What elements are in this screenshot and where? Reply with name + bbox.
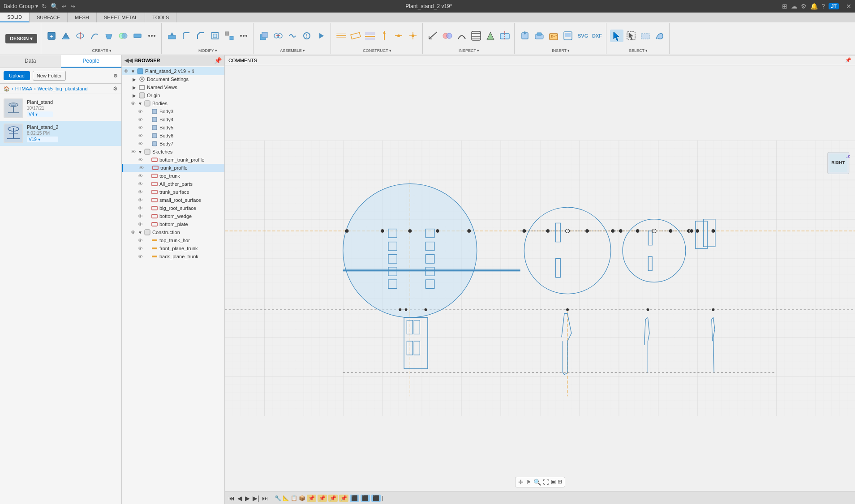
tree-node-named-views[interactable]: ▶ Named Views	[122, 83, 224, 91]
tree-node-bottom-plate[interactable]: 👁 ▶ bottom_plate	[122, 220, 224, 228]
insert-dxf-btn[interactable]: DXF	[590, 30, 603, 42]
app-group[interactable]: Baldo Group ▾	[4, 3, 38, 9]
top-trunk-hor-eye[interactable]: 👁	[138, 238, 143, 243]
tree-node-bottom-trunk-profile[interactable]: 👁 ▶ bottom_trunk_profile	[122, 156, 224, 164]
breadcrumb-htmaa[interactable]: HTMAA	[15, 86, 33, 91]
timeline-icon-3[interactable]: 📋	[291, 495, 297, 501]
construct-axis-edge-btn[interactable]	[392, 30, 405, 42]
all-other-parts-eye[interactable]: 👁	[138, 181, 143, 187]
tree-node-top-trunk-hor[interactable]: 👁 ▶ top_trunk_hor	[122, 236, 224, 244]
inspect-zebra-btn[interactable]	[469, 30, 483, 42]
back-plane-trunk-eye[interactable]: 👁	[138, 254, 143, 259]
tree-node-front-plane-trunk[interactable]: 👁 ▶ front_plane_trunk	[122, 244, 224, 252]
create-loft-btn[interactable]	[102, 30, 116, 42]
timeline-play-btn[interactable]: ▶	[245, 495, 250, 502]
nav-zoom-icon[interactable]: 🔍	[533, 478, 541, 486]
notification-icon[interactable]: 🔔	[810, 3, 818, 10]
timeline-icon-9[interactable]: ⬛	[350, 495, 359, 502]
sketches-arrow[interactable]: ▼	[138, 149, 143, 154]
inspect-section-btn[interactable]	[498, 30, 511, 42]
tree-node-top-trunk[interactable]: 👁 ▶ top_trunk	[122, 172, 224, 180]
comments-pin-icon[interactable]: 📌	[845, 57, 851, 63]
timeline-icon-11[interactable]: ⬛	[371, 495, 381, 502]
settings-icon-top[interactable]: ⚙	[801, 3, 807, 10]
tab-surface[interactable]: SURFACE	[30, 13, 68, 22]
tree-node-body5[interactable]: 👁 ▶ Body5	[122, 124, 224, 132]
timeline-first-btn[interactable]: ⏮	[228, 495, 235, 502]
assemble-label[interactable]: ASSEMBLE ▾	[280, 48, 305, 53]
tree-node-bodies[interactable]: 👁 ▼ Bodies	[122, 99, 224, 107]
data-tab[interactable]: Data	[0, 55, 61, 68]
trunk-surface-eye[interactable]: 👁	[138, 189, 143, 195]
construct-point-btn[interactable]	[406, 30, 420, 42]
undo-icon[interactable]: ↩	[62, 3, 67, 10]
tree-node-body6[interactable]: 👁 ▶ Body6	[122, 132, 224, 140]
timeline-icon-5[interactable]: 📌	[307, 495, 316, 502]
paint-select-btn[interactable]	[653, 30, 666, 42]
create-combine-btn[interactable]	[116, 30, 130, 42]
timeline-next-btn[interactable]: ▶|	[253, 495, 259, 502]
timeline-icon-2[interactable]: 📐	[283, 495, 289, 501]
tree-node-trunk-surface[interactable]: 👁 ▶ trunk_surface	[122, 188, 224, 196]
nav-grid-icon[interactable]: ⊞	[558, 478, 562, 486]
modify-press-pull-btn[interactable]	[165, 30, 179, 42]
tree-node-big-root-surface[interactable]: 👁 ▶ big_root_surface	[122, 204, 224, 212]
sketches-eye-icon[interactable]: 👁	[131, 149, 136, 154]
window-icon-refresh[interactable]: ↻	[42, 3, 47, 10]
body6-eye-icon[interactable]: 👁	[138, 133, 143, 138]
root-eye-icon[interactable]: 👁	[124, 68, 129, 74]
create-sweep-btn[interactable]	[88, 30, 101, 42]
browser-pin-icon[interactable]: 📌	[214, 57, 222, 64]
root-info-icon[interactable]: ℹ	[192, 68, 194, 74]
timeline-prev-btn[interactable]: ◀	[237, 495, 242, 502]
breadcrumb-week5[interactable]: Week5_big_plantstand	[38, 86, 88, 91]
assemble-new-component-btn[interactable]	[257, 30, 271, 42]
tree-node-sketches[interactable]: 👁 ▼ Sketches	[122, 148, 224, 156]
tree-node-all-other-parts[interactable]: 👁 ▶ All_other_parts	[122, 180, 224, 188]
body7-eye-icon[interactable]: 👁	[138, 141, 143, 146]
create-label[interactable]: CREATE ▾	[92, 48, 112, 53]
construct-offset-plane-btn[interactable]	[335, 30, 348, 42]
insert-label[interactable]: INSERT ▾	[552, 48, 570, 53]
front-plane-trunk-eye[interactable]: 👁	[138, 246, 143, 251]
select-btn[interactable]	[610, 30, 623, 42]
create-more-btn[interactable]	[145, 30, 159, 42]
construction-arrow[interactable]: ▼	[138, 230, 143, 235]
doc-settings-arrow[interactable]: ▶	[133, 77, 138, 82]
window-select-btn[interactable]	[639, 30, 652, 42]
timeline-last-btn[interactable]: ⏭	[262, 495, 268, 502]
create-thicken-btn[interactable]	[131, 30, 144, 42]
bodies-eye-icon[interactable]: 👁	[131, 101, 136, 106]
tree-node-body7[interactable]: 👁 ▶ Body7	[122, 140, 224, 148]
construction-eye[interactable]: 👁	[131, 230, 136, 235]
small-root-surface-eye[interactable]: 👁	[138, 197, 143, 203]
breadcrumb-home-icon[interactable]: 🏠	[4, 86, 10, 92]
tree-node-root[interactable]: 👁 ▼ Plant_stand_2 v19 ● ℹ	[122, 67, 224, 75]
inspect-measure-btn[interactable]	[426, 30, 440, 42]
assemble-joint-btn[interactable]	[271, 30, 285, 42]
nav-fit-icon[interactable]: ⛶	[543, 478, 549, 486]
tab-sheet-metal[interactable]: SHEET METAL	[97, 13, 145, 22]
bodies-arrow[interactable]: ▼	[138, 101, 143, 106]
tree-node-small-root-surface[interactable]: 👁 ▶ small_root_surface	[122, 196, 224, 204]
user-icon[interactable]: JT	[829, 3, 839, 9]
window-icon-search[interactable]: 🔍	[51, 3, 58, 10]
modify-scale-btn[interactable]	[223, 30, 236, 42]
assemble-drive-btn[interactable]	[314, 30, 328, 42]
timeline-icon-1[interactable]: 🔧	[275, 495, 281, 501]
modify-label[interactable]: MODIFY ▾	[198, 48, 217, 53]
trunk-profile-eye[interactable]: 👁	[139, 165, 144, 171]
construct-plane-angle-btn[interactable]	[349, 30, 362, 42]
modify-fillet-btn[interactable]	[180, 30, 193, 42]
insert-derive-btn[interactable]	[518, 30, 532, 42]
tree-node-bottom-wedge[interactable]: 👁 ▶ bottom_wedge	[122, 212, 224, 220]
bottom-trunk-profile-eye[interactable]: 👁	[138, 157, 143, 162]
big-root-surface-eye[interactable]: 👁	[138, 205, 143, 211]
body3-eye-icon[interactable]: 👁	[138, 109, 143, 114]
assemble-contact-btn[interactable]: !	[300, 30, 314, 42]
create-revolve-btn[interactable]	[73, 30, 87, 42]
select-through-btn[interactable]	[624, 30, 638, 42]
panel-settings-icon[interactable]: ⚙	[113, 73, 118, 79]
browser-collapse-btn[interactable]: ◀◀	[125, 57, 133, 64]
file-item-plant-stand[interactable]: Plant_stand 10/17/21 V4 ▾	[0, 96, 121, 121]
